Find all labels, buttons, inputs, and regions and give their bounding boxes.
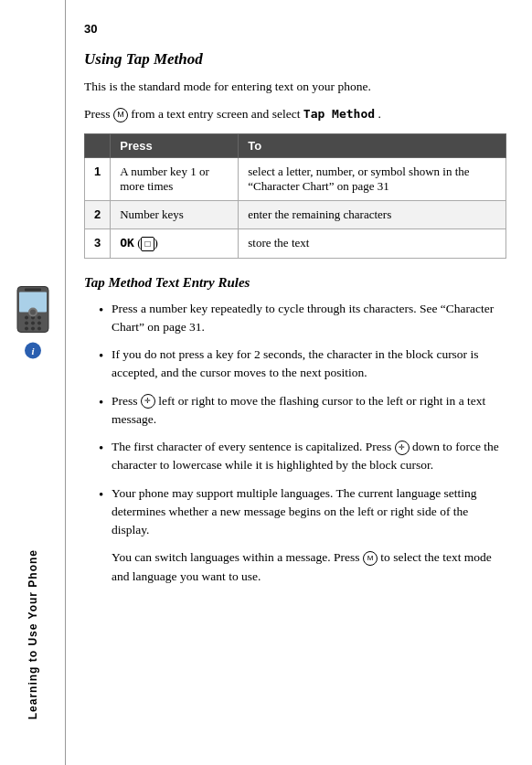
svg-point-11 [37, 326, 41, 330]
menu-icon-inline: M [363, 551, 378, 566]
table-cell-to: store the text [239, 228, 506, 258]
list-item: Press a number key repeatedly to cycle t… [99, 300, 506, 337]
section-title: Using Tap Method [84, 50, 506, 69]
bullet-list: Press a number key repeatedly to cycle t… [99, 300, 506, 540]
table-header-to: To [239, 133, 506, 157]
table-cell-num: 3 [85, 228, 111, 258]
sidebar-label: Learning to Use Your Phone [27, 549, 39, 719]
phone-icon [10, 284, 56, 335]
table-cell-num: 1 [85, 157, 111, 200]
table-cell-press: A number key 1 or more times [111, 157, 239, 200]
page-number: 30 [84, 22, 506, 36]
main-content: 30 Using Tap Method This is the standard… [66, 0, 532, 765]
table-cell-press: Number keys [111, 200, 239, 228]
table-cell-to: select a letter, number, or symbol shown… [239, 157, 506, 200]
list-item: Your phone may support multiple language… [99, 484, 506, 540]
table-header-press: Press [111, 133, 239, 157]
table-row: 1A number key 1 or more timesselect a le… [85, 157, 506, 200]
sidebar: i Learning to Use Your Phone [0, 0, 66, 765]
press-table: Press To 1A number key 1 or more timesse… [84, 133, 506, 259]
indent-text: You can switch languages within a messag… [112, 548, 506, 586]
svg-point-6 [25, 321, 28, 324]
list-item: The first character of every sentence is… [99, 438, 506, 475]
svg-point-10 [31, 326, 35, 330]
list-item: Press ✛ left or right to move the flashi… [99, 392, 506, 430]
table-row: 2Number keysenter the remaining characte… [85, 200, 506, 228]
list-item: If you do not press a key for 2 seconds,… [99, 345, 506, 383]
svg-point-13 [30, 309, 36, 314]
nav-icon-2: ✛ [395, 441, 410, 455]
svg-point-8 [37, 321, 41, 324]
table-cell-num: 2 [85, 200, 111, 228]
nav-icon: ✛ [141, 394, 155, 409]
intro-para-2: Press M from a text entry screen and sel… [84, 105, 506, 123]
info-badge: i [25, 342, 41, 358]
menu-icon: M [113, 108, 128, 122]
svg-point-3 [25, 315, 28, 319]
svg-point-9 [25, 326, 28, 330]
table-row: 3OK (□)store the text [85, 228, 506, 258]
sidebar-line [65, 0, 66, 765]
svg-point-5 [37, 315, 41, 319]
intro-para-1: This is the standard mode for entering t… [84, 78, 506, 96]
table-cell-press: OK (□) [111, 228, 239, 258]
table-cell-to: enter the remaining characters [239, 200, 506, 228]
table-header-row: Press To [85, 133, 506, 157]
svg-point-7 [31, 321, 35, 324]
svg-rect-2 [25, 288, 41, 291]
table-header-num [85, 133, 111, 157]
subsection-title: Tap Method Text Entry Rules [84, 275, 506, 291]
